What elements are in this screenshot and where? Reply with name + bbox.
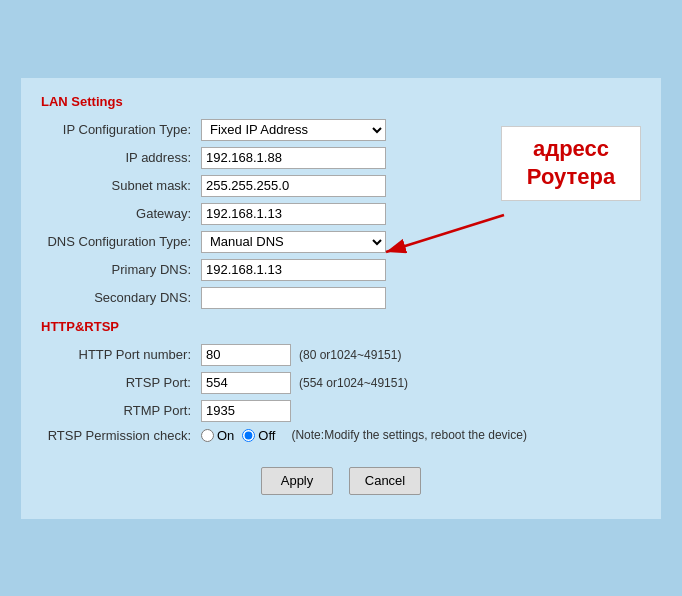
rtsp-perm-on-label[interactable]: On (201, 428, 234, 443)
annotation-line1: адресс (533, 136, 609, 161)
secondary-dns-input[interactable] (201, 287, 386, 309)
rtsp-perm-off-text: Off (258, 428, 275, 443)
secondary-dns-label: Secondary DNS: (41, 290, 201, 305)
rtsp-perm-note: (Note:Modify the settings, reboot the de… (291, 428, 526, 442)
ip-address-input[interactable] (201, 147, 386, 169)
rtsp-port-label: RTSP Port: (41, 375, 201, 390)
rtsp-perm-radio-group: On Off (Note:Modify the settings, reboot… (201, 428, 527, 443)
dns-config-row: DNS Configuration Type: Manual DNS Auto … (41, 231, 641, 253)
dns-config-select[interactable]: Manual DNS Auto DNS (201, 231, 386, 253)
http-port-row: HTTP Port number: (80 or1024~49151) (41, 344, 641, 366)
primary-dns-row: Primary DNS: (41, 259, 641, 281)
rtmp-port-input[interactable] (201, 400, 291, 422)
button-row: Apply Cancel (41, 467, 641, 495)
rtsp-port-input[interactable] (201, 372, 291, 394)
ip-config-select[interactable]: Fixed IP Address DHCP (201, 119, 386, 141)
rtsp-perm-off-label[interactable]: Off (242, 428, 275, 443)
annotation-line2: Роутера (527, 164, 615, 189)
rtsp-perm-label: RTSP Permission check: (41, 428, 201, 443)
rtsp-port-row: RTSP Port: (554 or1024~49151) (41, 372, 641, 394)
rtmp-port-row: RTMP Port: (41, 400, 641, 422)
primary-dns-label: Primary DNS: (41, 262, 201, 277)
apply-button[interactable]: Apply (261, 467, 333, 495)
rtsp-perm-row: RTSP Permission check: On Off (Note:Modi… (41, 428, 641, 443)
cancel-button[interactable]: Cancel (349, 467, 421, 495)
gateway-label: Gateway: (41, 206, 201, 221)
ip-address-label: IP address: (41, 150, 201, 165)
rtsp-perm-off-radio[interactable] (242, 429, 255, 442)
rtsp-perm-on-text: On (217, 428, 234, 443)
subnet-mask-label: Subnet mask: (41, 178, 201, 193)
http-port-label: HTTP Port number: (41, 347, 201, 362)
secondary-dns-row: Secondary DNS: (41, 287, 641, 309)
gateway-row: Gateway: (41, 203, 641, 225)
http-port-input[interactable] (201, 344, 291, 366)
ip-config-label: IP Configuration Type: (41, 122, 201, 137)
lan-section-title: LAN Settings (41, 94, 641, 109)
rtsp-perm-on-radio[interactable] (201, 429, 214, 442)
rtsp-port-hint: (554 or1024~49151) (299, 376, 408, 390)
http-section-title: HTTP&RTSP (41, 319, 641, 334)
subnet-mask-input[interactable] (201, 175, 386, 197)
gateway-input[interactable] (201, 203, 386, 225)
primary-dns-input[interactable] (201, 259, 386, 281)
annotation-box: адресс Роутера (501, 126, 641, 201)
http-port-hint: (80 or1024~49151) (299, 348, 401, 362)
rtmp-port-label: RTMP Port: (41, 403, 201, 418)
dns-config-label: DNS Configuration Type: (41, 234, 201, 249)
